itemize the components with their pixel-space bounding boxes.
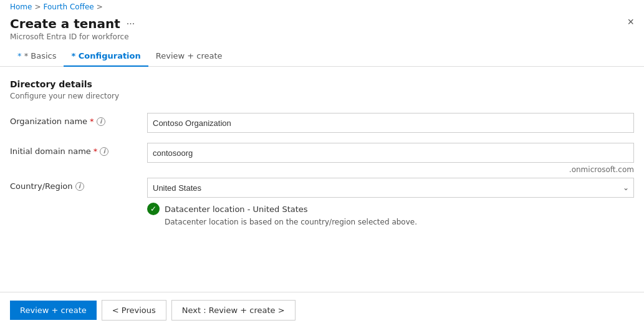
review-create-button[interactable]: Review + create: [10, 301, 97, 320]
org-name-input[interactable]: [147, 113, 634, 133]
country-row: Country/Region i United States Canada Un…: [10, 178, 634, 226]
domain-label: Initial domain name * i: [10, 143, 147, 156]
country-info-icon[interactable]: i: [75, 182, 84, 191]
breadcrumb: Home > Fourth Coffee >: [0, 0, 644, 14]
tab-basics[interactable]: * Basics: [10, 46, 64, 67]
header-left: Create a tenant ··· Microsoft Entra ID f…: [10, 16, 137, 41]
datacenter-check-icon: ✓: [147, 203, 160, 215]
org-info-icon[interactable]: i: [97, 117, 105, 126]
org-name-label: Organization name * i: [10, 113, 147, 126]
ellipsis-menu-button[interactable]: ···: [124, 18, 137, 29]
page-title: Create a tenant ···: [10, 16, 137, 31]
section-subtitle: Configure your new directory: [10, 92, 634, 100]
tab-configuration-label: * Configuration: [71, 51, 140, 60]
tab-bar: * Basics * Configuration Review + create: [0, 46, 644, 67]
page-header: Create a tenant ··· Microsoft Entra ID f…: [0, 14, 644, 46]
close-button[interactable]: ×: [627, 16, 634, 27]
page-subtitle: Microsoft Entra ID for workforce: [10, 32, 137, 41]
org-name-control: [147, 113, 634, 133]
datacenter-info: ✓ Datacenter location - United States: [147, 203, 634, 215]
previous-button[interactable]: < Previous: [102, 300, 166, 321]
country-select-wrap: United States Canada United Kingdom Germ…: [147, 178, 634, 198]
next-button[interactable]: Next : Review + create >: [171, 300, 296, 321]
domain-input[interactable]: [147, 143, 634, 163]
domain-suffix: .onmicrosoft.com: [569, 165, 634, 174]
country-control: United States Canada United Kingdom Germ…: [147, 178, 634, 226]
domain-row: Initial domain name * i .onmicrosoft.com: [10, 143, 634, 163]
breadcrumb-sep2: >: [97, 2, 103, 11]
tab-basics-label: * Basics: [24, 51, 57, 60]
datacenter-note: Datacenter location is based on the coun…: [165, 218, 634, 226]
tab-configuration[interactable]: * Configuration: [64, 46, 148, 67]
tab-review-create[interactable]: Review + create: [148, 46, 230, 67]
domain-required-star: *: [94, 147, 98, 156]
datacenter-label: Datacenter location - United States: [165, 205, 308, 214]
page-title-text: Create a tenant: [10, 16, 120, 31]
main-content: Directory details Configure your new dir…: [0, 67, 644, 292]
country-label: Country/Region i: [10, 178, 147, 191]
domain-control: .onmicrosoft.com: [147, 143, 634, 163]
breadcrumb-home[interactable]: Home: [10, 2, 32, 11]
country-select[interactable]: United States Canada United Kingdom Germ…: [147, 178, 634, 198]
breadcrumb-sep1: >: [34, 2, 41, 11]
org-required-star: *: [90, 117, 94, 126]
domain-info-icon[interactable]: i: [100, 147, 108, 156]
section-title: Directory details: [10, 79, 634, 89]
page-footer: Review + create < Previous Next : Review…: [0, 292, 644, 328]
breadcrumb-tenant[interactable]: Fourth Coffee: [44, 2, 94, 11]
tab-review-label: Review + create: [156, 51, 223, 60]
org-name-row: Organization name * i: [10, 113, 634, 133]
